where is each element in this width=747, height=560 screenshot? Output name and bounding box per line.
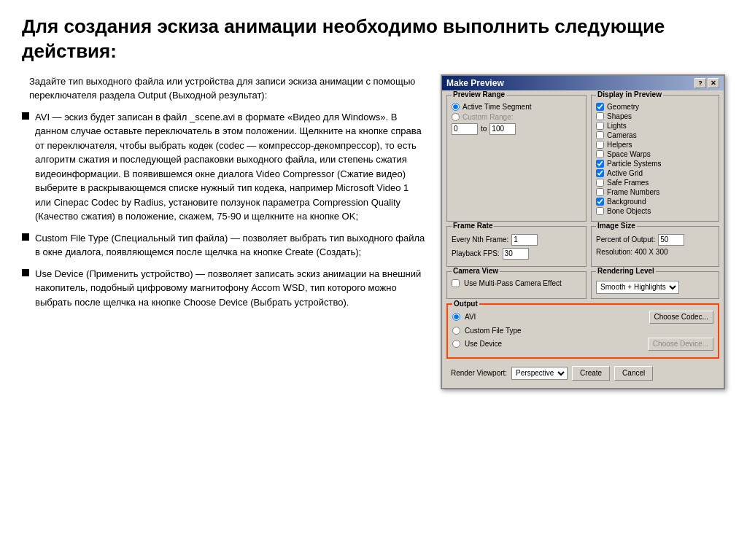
preview-range-panel: Preview Range Active Time Segment Custom… [446, 95, 587, 222]
bullet-icon [22, 112, 29, 120]
multipass-check[interactable] [452, 279, 460, 287]
percent-input[interactable] [658, 234, 684, 246]
create-button[interactable]: Create [572, 366, 610, 381]
cameras-check[interactable] [596, 131, 604, 139]
geometry-label: Geometry [607, 103, 639, 111]
particle-row: Particle Systems [596, 160, 714, 168]
display-content: Geometry Shapes Lights Cameras [596, 103, 714, 215]
output-panel-title: Output [452, 300, 479, 308]
particle-check[interactable] [596, 160, 604, 168]
avi-radio[interactable] [452, 313, 460, 321]
display-panel-title: Display in Preview [596, 90, 663, 98]
resolution-text: Resolution: 400 X 300 [596, 248, 714, 256]
safe-frames-label: Safe Frames [607, 179, 649, 187]
close-button[interactable]: ✕ [708, 78, 719, 88]
geometry-row: Geometry [596, 103, 714, 111]
camera-rendering-group: Camera View Use Multi-Pass Camera Effect… [446, 271, 719, 299]
safe-frames-check[interactable] [596, 179, 604, 187]
camera-row: Use Multi-Pass Camera Effect [452, 279, 581, 287]
lights-label: Lights [607, 122, 627, 130]
frame-rate-title: Frame Rate [452, 222, 494, 230]
bullet-text-1: AVI — эскиз будет записан в файл _scene.… [35, 110, 426, 224]
spacewarps-row: Space Warps [596, 150, 714, 158]
top-panel-group: Preview Range Active Time Segment Custom… [446, 95, 719, 222]
bone-objects-label: Bone Objects [607, 207, 651, 215]
playback-label: Playback FPS: [452, 249, 500, 257]
active-time-radio[interactable] [452, 103, 460, 111]
helpers-check[interactable] [596, 141, 604, 149]
frame-numbers-label: Frame Numbers [607, 188, 659, 196]
dialog-titlebar: Make Preview ? ✕ [442, 76, 724, 90]
dialog-title: Make Preview [446, 78, 504, 88]
cameras-row: Cameras [596, 131, 714, 139]
rendering-level-title: Rendering Level [596, 267, 656, 275]
active-grid-label: Active Grid [607, 169, 643, 177]
helpers-label: Helpers [607, 141, 632, 149]
bone-objects-check[interactable] [596, 207, 604, 215]
viewport-select[interactable]: Perspective Front Top Left Camera [511, 367, 568, 380]
output-panel: Output AVI Choose Codec... Custom File T… [446, 303, 719, 359]
background-check[interactable] [596, 198, 604, 206]
active-grid-row: Active Grid [596, 169, 714, 177]
shapes-row: Shapes [596, 112, 714, 120]
help-button[interactable]: ? [694, 78, 706, 88]
spacewarps-check[interactable] [596, 150, 604, 158]
camera-view-panel: Camera View Use Multi-Pass Camera Effect [446, 271, 587, 299]
preview-range-content: Active Time Segment Custom Range: to [452, 103, 581, 135]
custom-range-label: Custom Range: [462, 113, 513, 121]
range-to-input[interactable] [489, 123, 516, 135]
custom-file-row: Custom File Type [452, 327, 713, 335]
shapes-label: Shapes [607, 112, 632, 120]
resolution-label: Resolution: [596, 248, 632, 256]
spacewarps-label: Space Warps [607, 150, 651, 158]
every-nth-input[interactable] [511, 234, 538, 246]
shapes-check[interactable] [596, 112, 604, 120]
percent-label: Percent of Output: [596, 236, 655, 244]
background-row: Background [596, 198, 714, 206]
avi-row: AVI Choose Codec... [452, 311, 713, 324]
cancel-button[interactable]: Cancel [614, 366, 653, 381]
active-time-row: Active Time Segment [452, 103, 581, 111]
to-label: to [481, 125, 487, 133]
range-input-row: to [452, 123, 581, 135]
range-from-input[interactable] [452, 123, 478, 135]
content-area: Задайте тип выходного файла или устройст… [22, 74, 725, 389]
preview-range-title: Preview Range [452, 90, 506, 98]
active-grid-check[interactable] [596, 169, 604, 177]
list-item: Use Device (Применить устройство) — позв… [22, 267, 426, 310]
dialog-body: Preview Range Active Time Segment Custom… [442, 90, 724, 388]
make-preview-dialog: Make Preview ? ✕ Preview Range Active Ti… [441, 74, 725, 389]
custom-range-radio[interactable] [452, 113, 460, 121]
lights-check[interactable] [596, 122, 604, 130]
custom-file-label: Custom File Type [465, 327, 522, 335]
bone-objects-row: Bone Objects [596, 207, 714, 215]
resolution-value: 400 X 300 [635, 248, 668, 256]
camera-view-title: Camera View [452, 267, 500, 275]
use-device-radio[interactable] [452, 340, 460, 348]
frame-numbers-row: Frame Numbers [596, 188, 714, 196]
image-size-panel: Image Size Percent of Output: Resolution… [591, 226, 719, 267]
every-nth-label: Every Nth Frame: [452, 236, 508, 244]
frame-rate-content: Every Nth Frame: Playback FPS: [452, 234, 581, 260]
page-title: Для создания эскиза анимации необходимо … [22, 15, 725, 64]
every-nth-row: Every Nth Frame: [452, 234, 581, 246]
geometry-check[interactable] [596, 103, 604, 111]
render-viewport-label: Render Viewport: [451, 369, 507, 377]
image-size-content: Percent of Output: Resolution: 400 X 300 [596, 234, 714, 256]
list-item: AVI — эскиз будет записан в файл _scene.… [22, 110, 426, 224]
playback-input[interactable] [503, 248, 529, 260]
list-item: Custom File Type (Специальный тип файла)… [22, 231, 426, 260]
display-panel: Display in Preview Geometry Shapes Li [591, 95, 719, 222]
custom-range-row: Custom Range: [452, 113, 581, 121]
titlebar-buttons: ? ✕ [694, 78, 719, 88]
text-content: Задайте тип выходного файла или устройст… [22, 74, 426, 317]
background-label: Background [607, 198, 646, 206]
custom-file-radio[interactable] [452, 327, 460, 335]
rendering-level-content: Smooth + Highlights Smooth Facets + High… [596, 281, 714, 294]
frame-numbers-check[interactable] [596, 188, 604, 196]
choose-device-button[interactable]: Choose Device... [648, 338, 713, 351]
choose-codec-button[interactable]: Choose Codec... [649, 311, 714, 324]
rendering-level-select[interactable]: Smooth + Highlights Smooth Facets + High… [596, 281, 679, 294]
helpers-row: Helpers [596, 141, 714, 149]
cameras-label: Cameras [607, 131, 637, 139]
